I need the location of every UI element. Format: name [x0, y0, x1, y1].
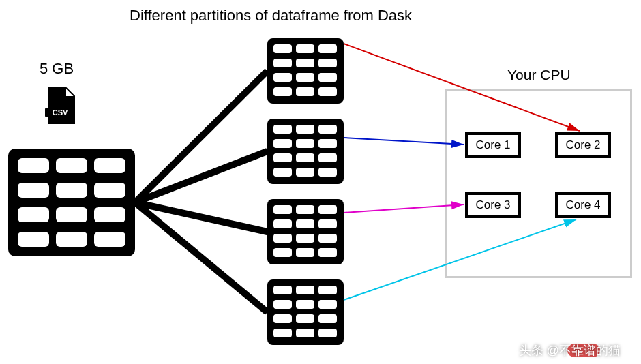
svg-rect-2 — [18, 158, 49, 173]
cpu-core: Core 2 — [555, 132, 611, 158]
svg-rect-18 — [273, 59, 292, 67]
svg-rect-20 — [318, 59, 337, 67]
svg-rect-23 — [318, 73, 337, 82]
svg-rect-38 — [296, 168, 314, 177]
svg-rect-50 — [273, 248, 292, 257]
svg-rect-60 — [273, 314, 292, 323]
svg-rect-57 — [273, 300, 292, 309]
svg-rect-62 — [318, 314, 337, 323]
svg-rect-5 — [18, 183, 49, 198]
svg-rect-17 — [318, 44, 337, 53]
svg-rect-32 — [296, 139, 314, 148]
svg-rect-56 — [318, 286, 337, 294]
svg-line-66 — [135, 71, 267, 202]
svg-rect-25 — [296, 87, 314, 96]
svg-rect-43 — [318, 205, 337, 214]
csv-badge-text: CSV — [53, 108, 68, 117]
partition-icon — [267, 279, 344, 345]
svg-rect-37 — [273, 168, 292, 177]
svg-rect-16 — [296, 44, 314, 53]
svg-rect-42 — [296, 205, 314, 214]
svg-rect-21 — [273, 73, 292, 82]
svg-rect-31 — [273, 139, 292, 148]
svg-rect-33 — [318, 139, 337, 148]
svg-rect-28 — [273, 125, 292, 134]
file-size-label: 5 GB — [40, 60, 74, 78]
svg-rect-9 — [56, 207, 87, 222]
svg-rect-6 — [56, 183, 87, 198]
svg-rect-22 — [296, 73, 314, 82]
cpu-label: Your CPU — [507, 67, 571, 83]
svg-rect-49 — [318, 234, 337, 243]
svg-rect-8 — [18, 207, 49, 222]
svg-rect-59 — [318, 300, 337, 309]
svg-rect-54 — [273, 286, 292, 294]
svg-rect-64 — [296, 329, 314, 337]
svg-rect-34 — [273, 153, 292, 162]
svg-line-68 — [135, 202, 267, 232]
svg-rect-35 — [296, 153, 314, 162]
svg-rect-47 — [273, 234, 292, 243]
svg-rect-39 — [318, 168, 337, 177]
svg-rect-3 — [56, 158, 87, 173]
cpu-core: Core 1 — [465, 132, 521, 158]
svg-rect-12 — [56, 232, 87, 247]
svg-line-67 — [135, 151, 267, 202]
svg-rect-15 — [273, 44, 292, 53]
svg-rect-63 — [273, 329, 292, 337]
svg-rect-44 — [273, 219, 292, 228]
svg-rect-30 — [318, 125, 337, 134]
svg-rect-52 — [318, 248, 337, 257]
diagram-title: Different partitions of dataframe from D… — [130, 7, 412, 25]
cpu-box — [445, 89, 632, 278]
svg-rect-65 — [318, 329, 337, 337]
watermark-text: 头条 @不靠谱的猫 — [519, 342, 621, 359]
svg-rect-26 — [318, 87, 337, 96]
partition-icon — [267, 38, 344, 104]
partition-icon — [267, 199, 344, 264]
partition-icon — [267, 119, 344, 184]
svg-line-69 — [135, 202, 267, 312]
svg-rect-11 — [18, 232, 49, 247]
svg-rect-13 — [94, 232, 125, 247]
svg-rect-55 — [296, 286, 314, 294]
svg-rect-7 — [94, 183, 125, 198]
svg-rect-51 — [296, 248, 314, 257]
svg-rect-36 — [318, 153, 337, 162]
svg-rect-61 — [296, 314, 314, 323]
cpu-core: Core 3 — [465, 192, 521, 218]
svg-rect-29 — [296, 125, 314, 134]
svg-rect-10 — [94, 207, 125, 222]
svg-rect-58 — [296, 300, 314, 309]
svg-rect-46 — [318, 219, 337, 228]
svg-rect-24 — [273, 87, 292, 96]
cpu-core: Core 4 — [555, 192, 611, 218]
svg-rect-19 — [296, 59, 314, 67]
svg-rect-41 — [273, 205, 292, 214]
svg-rect-48 — [296, 234, 314, 243]
svg-rect-45 — [296, 219, 314, 228]
csv-file-icon: CSV — [45, 87, 75, 124]
svg-rect-4 — [94, 158, 125, 173]
source-dataframe-icon — [8, 149, 135, 256]
